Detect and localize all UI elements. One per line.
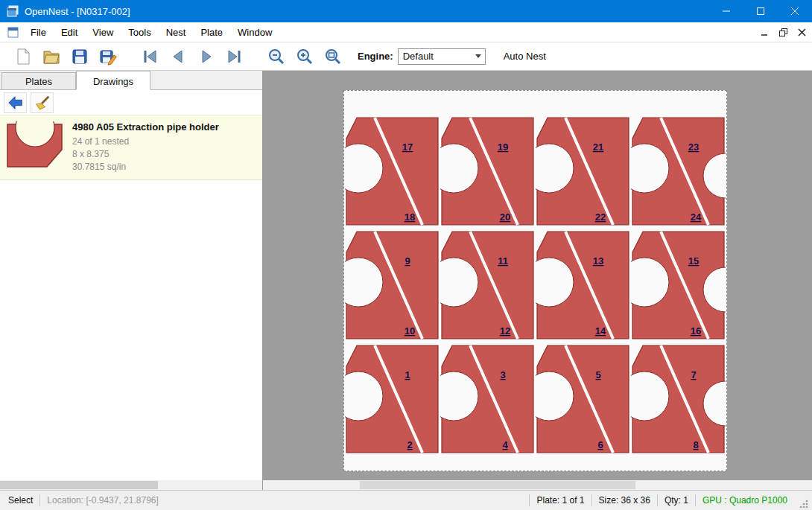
part-number-top: 19 — [498, 141, 508, 153]
panel-toolbar — [0, 90, 262, 115]
nested-part-pair-13-14[interactable]: 1314 — [536, 230, 630, 340]
part-number-bottom: 12 — [500, 325, 510, 337]
open-folder-icon — [42, 48, 60, 66]
nested-part-pair-5-6[interactable]: 56 — [536, 344, 630, 454]
nav-prev-button[interactable] — [164, 44, 192, 69]
minimize-button[interactable] — [709, 0, 743, 22]
resize-grip[interactable] — [799, 499, 808, 509]
part-thumbnail — [6, 121, 64, 169]
drawing-list-item[interactable]: 4980 A05 Extraction pipe holder 24 of 1 … — [0, 115, 262, 180]
part-number-top: 13 — [593, 255, 603, 267]
part-number-bottom: 2 — [407, 439, 412, 450]
menu-edit[interactable]: Edit — [54, 24, 85, 41]
engine-value: Default — [399, 51, 472, 62]
maximize-button[interactable] — [743, 0, 778, 22]
panel-horizontal-scrollbar[interactable] — [0, 480, 262, 490]
new-document-icon — [14, 48, 32, 66]
app-icon — [7, 5, 19, 17]
plate-row: 910111213141516 — [344, 230, 726, 340]
tool-bar: Engine: Default Auto Nest — [0, 42, 812, 71]
status-qty: Qty: 1 — [658, 495, 695, 506]
nested-part-pair-21-22[interactable]: 2122 — [536, 116, 630, 226]
part-number-top: 7 — [691, 369, 696, 380]
tab-drawings[interactable]: Drawings — [76, 71, 150, 90]
part-number-top: 3 — [500, 369, 505, 380]
drawing-nested-count: 24 of 1 nested — [72, 136, 219, 148]
menu-nest[interactable]: Nest — [159, 24, 194, 41]
save-edit-button[interactable] — [94, 44, 122, 69]
nested-part-pair-17-18[interactable]: 1718 — [345, 116, 440, 226]
clear-button[interactable] — [31, 92, 54, 113]
drawing-title: 4980 A05 Extraction pipe holder — [72, 121, 219, 133]
zoom-fit-button[interactable] — [319, 44, 347, 69]
plate-row: 12345678 — [344, 344, 726, 454]
panel-scrollbar-thumb[interactable] — [0, 481, 158, 489]
status-plate: Plate: 1 of 1 — [530, 495, 591, 506]
mdi-restore-button[interactable] — [775, 25, 791, 39]
zoom-in-icon — [296, 48, 314, 66]
part-number-top: 21 — [593, 141, 603, 153]
menu-tools[interactable]: Tools — [121, 24, 158, 41]
part-number-bottom: 14 — [595, 325, 606, 337]
nav-prev-icon — [169, 48, 187, 66]
zoom-out-button[interactable] — [262, 44, 291, 69]
nav-next-icon — [197, 48, 215, 66]
drawing-info: 4980 A05 Extraction pipe holder 24 of 1 … — [72, 121, 219, 173]
status-location: Location: [-0.9437, 21.8796] — [40, 495, 165, 506]
part-number-bottom: 22 — [595, 211, 606, 223]
mdi-close-icon — [798, 28, 806, 36]
status-size: Size: 36 x 36 — [592, 495, 657, 506]
insert-part-button[interactable] — [4, 92, 27, 113]
zoom-out-icon — [267, 48, 285, 66]
nested-part-pair-23-24[interactable]: 2324 — [631, 116, 726, 226]
tab-plates[interactable]: Plates — [1, 72, 76, 89]
plate[interactable]: 171819202122232491011121314151612345678 — [343, 90, 727, 471]
nav-last-icon — [226, 48, 244, 66]
panel-tabs: Plates Drawings — [0, 71, 262, 90]
insert-arrow-icon — [7, 95, 24, 111]
mdi-restore-icon — [779, 28, 787, 36]
part-number-bottom: 24 — [691, 211, 702, 223]
new-button[interactable] — [9, 44, 37, 69]
nest-canvas[interactable]: 171819202122232491011121314151612345678 — [263, 71, 812, 490]
maximize-icon — [757, 7, 764, 15]
zoom-in-button[interactable] — [291, 44, 319, 69]
part-number-bottom: 10 — [405, 325, 415, 337]
auto-nest-button[interactable]: Auto Nest — [504, 51, 546, 62]
drawing-dimensions: 8 x 8.375 — [72, 148, 219, 161]
close-icon — [791, 7, 799, 15]
nested-part-pair-3-4[interactable]: 34 — [440, 344, 535, 454]
nested-part-pair-1-2[interactable]: 12 — [345, 344, 440, 454]
engine-label: Engine: — [358, 51, 393, 62]
nav-last-button[interactable] — [221, 44, 249, 69]
nested-part-pair-11-12[interactable]: 1112 — [440, 230, 535, 340]
drawing-area: 30.7815 sq/in — [72, 161, 219, 173]
canvas-scrollbar-thumb[interactable] — [360, 481, 635, 489]
canvas-horizontal-scrollbar[interactable] — [263, 480, 812, 490]
plate-grid: 171819202122232491011121314151612345678 — [344, 116, 726, 454]
close-button[interactable] — [778, 0, 812, 22]
mdi-minimize-button[interactable] — [756, 25, 773, 39]
mdi-close-button[interactable] — [793, 25, 810, 39]
part-number-top: 15 — [688, 255, 699, 267]
nav-first-button[interactable] — [136, 44, 164, 69]
plate-row: 1718192021222324 — [344, 116, 726, 226]
part-number-top: 9 — [405, 255, 410, 267]
nav-first-icon — [141, 48, 159, 66]
part-number-top: 23 — [688, 141, 699, 153]
part-number-top: 17 — [402, 141, 413, 153]
save-button[interactable] — [66, 44, 94, 69]
engine-select[interactable]: Default — [398, 48, 486, 65]
drawings-panel: Plates Drawings 4980 A05 Extra — [0, 71, 263, 490]
menu-view[interactable]: View — [85, 24, 121, 41]
nested-part-pair-9-10[interactable]: 910 — [345, 230, 440, 340]
nested-part-pair-19-20[interactable]: 1920 — [440, 116, 535, 226]
menu-window[interactable]: Window — [230, 24, 279, 41]
menu-plate[interactable]: Plate — [193, 24, 230, 41]
nested-part-pair-7-8[interactable]: 78 — [631, 344, 726, 454]
part-number-bottom: 4 — [502, 439, 508, 450]
nav-next-button[interactable] — [192, 44, 221, 69]
nested-part-pair-15-16[interactable]: 1516 — [631, 230, 726, 340]
menu-file[interactable]: File — [23, 24, 54, 41]
open-button[interactable] — [37, 44, 66, 69]
